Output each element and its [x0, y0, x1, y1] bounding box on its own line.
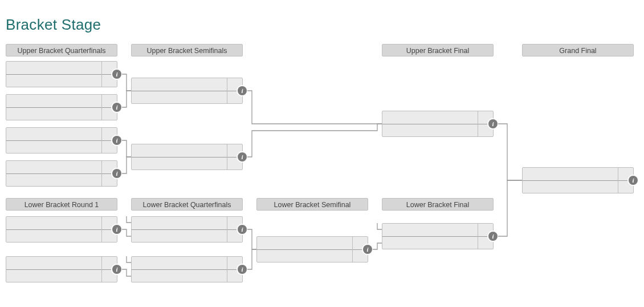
round-header-lower-f: Lower Bracket Final: [382, 198, 494, 211]
info-icon[interactable]: i: [112, 136, 121, 145]
team-name: [135, 257, 224, 269]
match-lower-qf-2[interactable]: i: [131, 256, 243, 282]
team-name: [10, 140, 99, 153]
match-divider: [6, 107, 117, 108]
team-name: [10, 74, 99, 87]
round-header-upper-f: Upper Bracket Final: [382, 44, 494, 56]
team-name: [10, 173, 99, 186]
info-icon[interactable]: i: [112, 103, 121, 112]
round-header-upper-sf: Upper Bracket Semifinals: [131, 44, 243, 56]
match-divider: [132, 269, 242, 270]
bracket-stage: Upper Bracket Quarterfinals Upper Bracke…: [6, 44, 638, 302]
match-divider: [257, 249, 368, 250]
score-divider: [352, 237, 353, 262]
team-name: [135, 91, 224, 103]
match-upper-qf-1[interactable]: i: [6, 61, 117, 87]
score-divider: [227, 217, 227, 242]
score-divider: [101, 128, 102, 153]
score-divider: [101, 95, 102, 120]
team-name: [135, 144, 224, 157]
team-name: [386, 224, 475, 236]
match-divider: [132, 91, 242, 91]
match-upper-sf-2[interactable]: i: [131, 144, 243, 170]
match-divider: [6, 269, 117, 270]
match-upper-qf-4[interactable]: i: [6, 160, 117, 187]
match-divider: [6, 74, 117, 75]
team-name: [135, 217, 224, 229]
team-name: [135, 229, 224, 242]
match-divider: [382, 124, 493, 124]
round-header-lower-r1: Lower Bracket Round 1: [6, 198, 117, 211]
match-upper-sf-1[interactable]: i: [131, 78, 243, 104]
match-divider: [6, 173, 117, 174]
team-name: [135, 269, 224, 282]
info-icon[interactable]: i: [629, 176, 638, 185]
round-header-lower-sf: Lower Bracket Semifinal: [256, 198, 368, 211]
info-icon[interactable]: i: [363, 245, 372, 254]
match-upper-qf-2[interactable]: i: [6, 94, 117, 120]
match-lower-sf[interactable]: i: [256, 236, 368, 262]
match-divider: [382, 236, 493, 237]
info-icon[interactable]: i: [112, 169, 121, 178]
info-icon[interactable]: i: [112, 70, 121, 79]
team-name: [260, 249, 349, 262]
info-icon[interactable]: i: [112, 225, 121, 234]
team-name: [526, 168, 615, 180]
info-icon[interactable]: i: [238, 152, 247, 161]
info-icon[interactable]: i: [238, 86, 247, 95]
info-icon[interactable]: i: [488, 119, 498, 128]
team-name: [260, 237, 349, 249]
team-name: [10, 62, 99, 74]
team-name: [10, 257, 99, 269]
team-name: [135, 78, 224, 91]
match-upper-qf-3[interactable]: i: [6, 127, 117, 154]
team-name: [10, 229, 99, 242]
match-lower-r1-2[interactable]: i: [6, 256, 117, 282]
match-grand-final[interactable]: i: [522, 167, 634, 193]
team-name: [10, 269, 99, 282]
match-divider: [132, 157, 242, 157]
team-name: [10, 95, 99, 107]
team-name: [135, 157, 224, 169]
info-icon[interactable]: i: [112, 265, 121, 274]
info-icon[interactable]: i: [488, 232, 498, 241]
match-divider: [6, 229, 117, 230]
team-name: [10, 161, 99, 173]
score-divider: [618, 168, 618, 193]
info-icon[interactable]: i: [238, 265, 247, 274]
score-divider: [478, 111, 478, 136]
match-lower-r1-1[interactable]: i: [6, 216, 117, 243]
match-lower-qf-1[interactable]: i: [131, 216, 243, 243]
match-upper-final[interactable]: i: [382, 111, 494, 137]
score-divider: [101, 257, 102, 282]
match-lower-final[interactable]: i: [382, 223, 494, 249]
score-divider: [227, 257, 227, 282]
match-divider: [132, 229, 242, 230]
score-divider: [101, 62, 102, 87]
score-divider: [227, 144, 227, 169]
team-name: [526, 180, 615, 193]
score-divider: [478, 224, 478, 249]
team-name: [10, 217, 99, 229]
round-header-grand-final: Grand Final: [522, 44, 634, 56]
info-icon[interactable]: i: [238, 225, 247, 234]
score-divider: [101, 161, 102, 186]
score-divider: [227, 78, 227, 103]
round-header-upper-qf: Upper Bracket Quarterfinals: [6, 44, 117, 56]
round-header-lower-qf: Lower Bracket Quarterfinals: [131, 198, 243, 211]
match-divider: [523, 180, 633, 181]
team-name: [386, 236, 475, 249]
score-divider: [101, 217, 102, 242]
team-name: [10, 107, 99, 120]
team-name: [386, 111, 475, 124]
team-name: [10, 128, 99, 140]
match-divider: [6, 140, 117, 141]
team-name: [386, 124, 475, 136]
page-title: Bracket Stage: [6, 16, 638, 34]
